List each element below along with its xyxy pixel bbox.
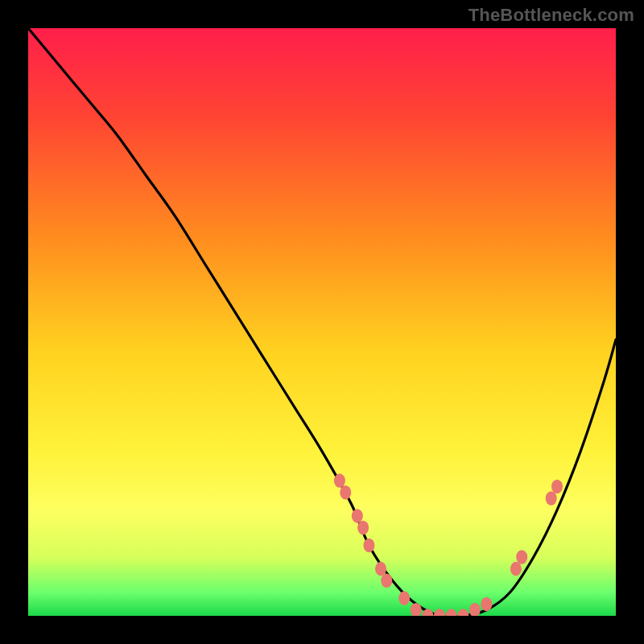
marker-point [469,603,481,617]
marker-point [434,609,445,623]
marker-point [457,609,469,623]
marker-point [334,473,345,488]
marker-point [422,609,433,623]
marker-point [546,491,557,506]
marker-point [363,539,374,553]
bottleneck-chart [0,0,644,644]
marker-point [481,597,492,612]
chart-frame: TheBottleneck.com [0,0,644,644]
gradient-background [28,28,616,616]
marker-point [375,562,386,576]
marker-point [352,509,363,523]
marker-point [381,573,392,588]
marker-point [398,591,410,605]
marker-point [357,521,369,535]
marker-point [411,603,422,617]
marker-point [340,485,351,500]
marker-point [446,609,457,623]
marker-point [510,562,522,576]
marker-point [516,550,527,564]
marker-point [551,480,563,494]
